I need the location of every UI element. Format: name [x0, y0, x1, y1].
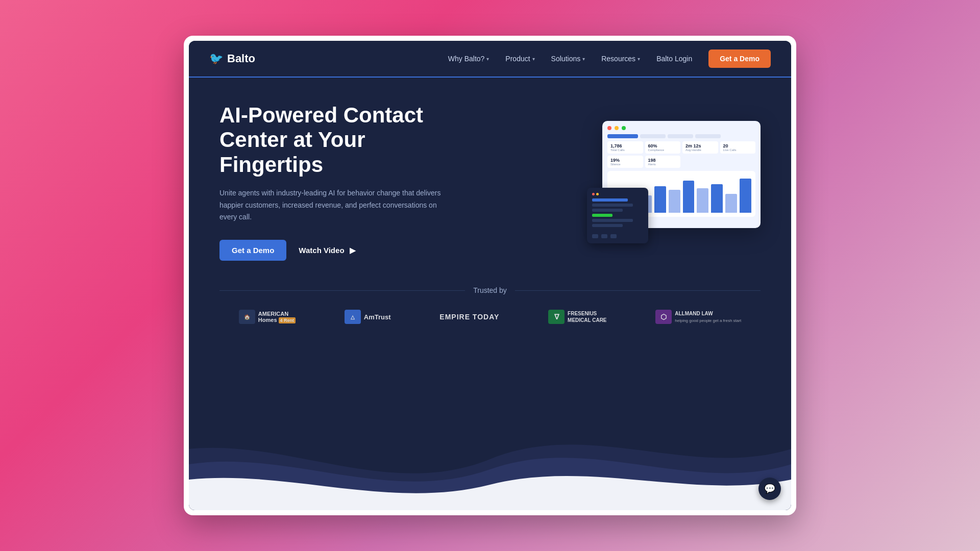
wave-footer: 💬	[189, 334, 791, 510]
dash-tab	[695, 134, 721, 138]
allmand-icon: ⬡	[655, 310, 672, 324]
stat-silence: 19% Silence	[607, 156, 643, 168]
nav-why-balto[interactable]: Why Balto? ▾	[448, 55, 489, 63]
mobile-icon	[601, 234, 607, 238]
amtrust-label: AmTrust	[364, 313, 391, 321]
hero-section: AI-Powered Contact Center at Your Finger…	[189, 78, 791, 281]
chat-icon: 💬	[764, 483, 775, 494]
hero-title: AI-Powered Contact Center at Your Finger…	[219, 103, 444, 177]
nav-links: Why Balto? ▾ Product ▾ Solutions ▾ Resou…	[448, 49, 771, 68]
stat-live: 20 Live Calls	[720, 141, 756, 154]
logo-icon: 🐦	[209, 52, 223, 65]
trusted-line-right	[515, 290, 761, 291]
hero-buttons: Get a Demo Watch Video ▶	[219, 240, 444, 261]
close-dot	[607, 126, 611, 130]
american-homes-icon: 🏠	[239, 310, 255, 324]
stat-total-calls: 1,786 Total Calls	[607, 141, 643, 154]
nav-solutions[interactable]: Solutions ▾	[551, 55, 585, 63]
hero-get-demo-button[interactable]: Get a Demo	[219, 240, 286, 261]
empire-today-label: EMPIRE TODAY	[439, 313, 499, 321]
stat-handle: 2m 12s Avg Handle	[682, 141, 718, 154]
stat-alerts: 198 Alerts	[645, 156, 681, 168]
hero-subtitle: Unite agents with industry-leading AI fo…	[219, 187, 444, 223]
dashboard-mobile-panel	[587, 188, 648, 243]
minimize-dot	[615, 126, 619, 130]
stat-script: 60% Compliance	[645, 141, 681, 154]
mobile-line	[592, 219, 633, 222]
logo-allmand-law: ⬡ ALLMAND LAWhelping good people get a f…	[655, 310, 741, 324]
nav-get-demo-button[interactable]: Get a Demo	[708, 49, 771, 68]
allmand-label: ALLMAND LAWhelping good people get a fre…	[675, 310, 741, 323]
mobile-icon	[610, 234, 617, 238]
maximize-dot	[622, 126, 626, 130]
mobile-icon	[592, 234, 598, 238]
hero-content: AI-Powered Contact Center at Your Finger…	[219, 103, 444, 261]
logo-fresenius: ∇ FRESENIUSMEDICAL CARE	[548, 310, 606, 324]
navbar: 🐦 Balto Why Balto? ▾ Product ▾ Solutions…	[189, 41, 791, 78]
nav-product[interactable]: Product ▾	[505, 55, 534, 63]
hero-dashboard-image: 1,786 Total Calls 60% Compliance 2m 12s …	[587, 121, 761, 243]
trusted-label: Trusted by	[219, 286, 761, 294]
chevron-icon: ▾	[582, 56, 585, 62]
fresenius-icon: ∇	[548, 310, 565, 324]
logo-empire-today: EMPIRE TODAY	[439, 313, 499, 321]
logo-amtrust: △ AmTrust	[345, 310, 391, 324]
hero-watch-video-button[interactable]: Watch Video ▶	[299, 246, 356, 255]
fresenius-label: FRESENIUSMEDICAL CARE	[568, 310, 606, 323]
chevron-icon: ▾	[532, 56, 535, 62]
trusted-line-left	[219, 290, 465, 291]
trusted-text: Trusted by	[473, 286, 507, 294]
inner-frame: 🐦 Balto Why Balto? ▾ Product ▾ Solutions…	[189, 41, 791, 510]
mobile-line	[592, 214, 612, 217]
close-dot	[592, 193, 595, 195]
wave-decoration	[189, 418, 791, 510]
watch-video-label: Watch Video	[299, 246, 344, 255]
trusted-section: Trusted by 🏠 AMERICANHomes 4 Rent △ AmTr…	[189, 281, 791, 334]
partner-logos: 🏠 AMERICANHomes 4 Rent △ AmTrust EMPIRE …	[219, 310, 761, 324]
mobile-line	[592, 209, 623, 212]
chevron-icon: ▾	[486, 56, 489, 62]
mobile-line	[592, 204, 633, 207]
logo-american-homes: 🏠 AMERICANHomes 4 Rent	[239, 310, 296, 324]
play-icon: ▶	[349, 246, 357, 255]
nav-login[interactable]: Balto Login	[656, 55, 692, 63]
logo[interactable]: 🐦 Balto	[209, 52, 255, 65]
amtrust-icon: △	[345, 310, 361, 324]
chevron-icon: ▾	[638, 56, 640, 62]
nav-resources[interactable]: Resources ▾	[601, 55, 640, 63]
dash-tab-active	[607, 134, 638, 138]
dash-tab	[640, 134, 666, 138]
mobile-line	[592, 198, 628, 202]
dash-tab	[668, 134, 693, 138]
mobile-line	[592, 224, 623, 227]
min-dot	[596, 193, 599, 195]
chat-button[interactable]: 💬	[758, 478, 781, 500]
outer-frame: 🐦 Balto Why Balto? ▾ Product ▾ Solutions…	[184, 36, 796, 515]
american-homes-label: AMERICANHomes 4 Rent	[258, 311, 296, 323]
logo-text: Balto	[227, 52, 255, 65]
